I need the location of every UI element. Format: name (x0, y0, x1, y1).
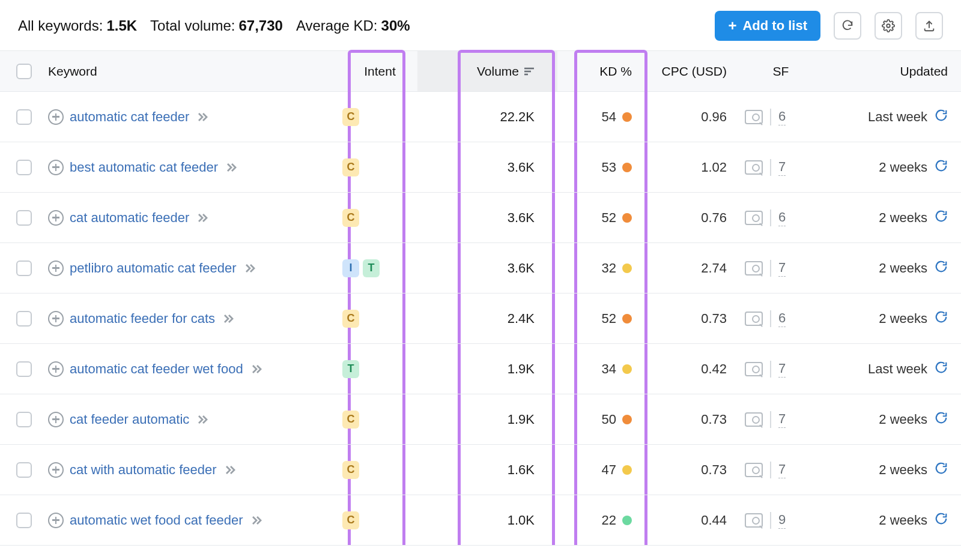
cpc-cell: 2.74 (643, 260, 739, 276)
refresh-row-button[interactable] (935, 361, 948, 378)
expand-row-icon[interactable] (48, 412, 64, 427)
keyword-link[interactable]: automatic wet food cat feeder (70, 513, 243, 528)
expand-row-icon[interactable] (48, 513, 64, 528)
intent-cell: T (342, 360, 417, 378)
intent-badge-i: I (342, 259, 359, 277)
cpc-cell: 0.73 (643, 311, 739, 327)
keyword-link[interactable]: best automatic cat feeder (70, 160, 218, 175)
table-row: cat with automatic feeder C 1.6K 47 0.73… (0, 445, 961, 495)
average-kd-label: Average KD: (296, 17, 378, 34)
volume-cell: 3.6K (450, 160, 553, 175)
column-header-volume[interactable]: Volume (450, 64, 553, 79)
updated-cell: 2 weeks (817, 310, 961, 327)
serp-preview-icon[interactable] (745, 110, 763, 124)
column-header-keyword[interactable]: Keyword (48, 64, 342, 79)
row-checkbox[interactable] (16, 311, 32, 327)
serp-preview-icon[interactable] (745, 412, 763, 427)
kd-cell: 52 (553, 311, 643, 327)
refresh-row-button[interactable] (935, 512, 948, 529)
serp-preview-icon[interactable] (745, 160, 763, 175)
column-header-updated[interactable]: Updated (817, 64, 961, 79)
column-header-kd[interactable]: KD % (553, 64, 643, 79)
keyword-link[interactable]: cat feeder automatic (70, 412, 189, 427)
export-button[interactable] (915, 12, 943, 40)
open-keyword-icon[interactable] (198, 213, 208, 223)
keyword-link[interactable]: automatic feeder for cats (70, 311, 215, 327)
row-checkbox[interactable] (16, 412, 32, 427)
intent-cell: C (342, 158, 417, 176)
updated-cell: Last week (817, 361, 961, 378)
row-checkbox[interactable] (16, 210, 32, 226)
expand-row-icon[interactable] (48, 462, 64, 478)
cpc-cell: 0.44 (643, 513, 739, 528)
volume-cell: 1.9K (450, 361, 553, 377)
refresh-row-button[interactable] (935, 310, 948, 327)
refresh-row-button[interactable] (935, 209, 948, 226)
open-keyword-icon[interactable] (223, 314, 234, 324)
open-keyword-icon[interactable] (245, 263, 255, 273)
expand-row-icon[interactable] (48, 311, 64, 327)
select-all-checkbox[interactable] (16, 64, 32, 79)
refresh-row-button[interactable] (935, 260, 948, 277)
settings-button[interactable] (875, 12, 902, 40)
expand-row-icon[interactable] (48, 109, 64, 125)
keyword-link[interactable]: automatic cat feeder (70, 109, 189, 125)
sf-count[interactable]: 7 (778, 411, 786, 428)
serp-preview-icon[interactable] (745, 463, 763, 477)
sf-count[interactable]: 6 (778, 310, 786, 327)
serp-preview-icon[interactable] (745, 362, 763, 376)
expand-row-icon[interactable] (48, 210, 64, 226)
open-keyword-icon[interactable] (198, 415, 208, 424)
keyword-link[interactable]: cat with automatic feeder (70, 462, 217, 478)
row-checkbox[interactable] (16, 160, 32, 175)
keyword-link[interactable]: cat automatic feeder (70, 210, 189, 226)
expand-row-icon[interactable] (48, 160, 64, 175)
updated-cell: 2 weeks (817, 159, 961, 176)
upload-icon (923, 19, 936, 32)
column-header-intent[interactable]: Intent (342, 64, 417, 79)
keyword-link[interactable]: automatic cat feeder wet food (70, 361, 243, 377)
serp-preview-icon[interactable] (745, 312, 763, 326)
kd-cell: 52 (553, 210, 643, 226)
table-row: automatic cat feeder C 22.2K 54 0.96 6 L… (0, 92, 961, 142)
intent-cell: C (342, 511, 417, 529)
open-keyword-icon[interactable] (198, 112, 208, 122)
refresh-row-button[interactable] (935, 411, 948, 428)
serp-preview-icon[interactable] (745, 513, 763, 528)
sf-count[interactable]: 6 (778, 109, 786, 125)
open-keyword-icon[interactable] (226, 163, 237, 172)
column-header-cpc[interactable]: CPC (USD) (643, 64, 739, 79)
volume-cell: 3.6K (450, 210, 553, 226)
cpc-cell: 0.96 (643, 109, 739, 125)
sf-count[interactable]: 6 (778, 209, 786, 226)
open-keyword-icon[interactable] (252, 364, 262, 374)
add-to-list-button[interactable]: + Add to list (715, 11, 820, 41)
row-checkbox[interactable] (16, 260, 32, 276)
refresh-row-button[interactable] (935, 109, 948, 125)
sf-count[interactable]: 7 (778, 159, 786, 176)
serp-preview-icon[interactable] (745, 261, 763, 275)
volume-cell: 1.9K (450, 412, 553, 427)
row-checkbox[interactable] (16, 462, 32, 478)
refresh-all-button[interactable] (834, 12, 861, 40)
serp-preview-icon[interactable] (745, 211, 763, 225)
sf-cell: 7 (739, 361, 817, 378)
keyword-link[interactable]: petlibro automatic cat feeder (70, 260, 237, 276)
row-checkbox[interactable] (16, 361, 32, 377)
sf-count[interactable]: 7 (778, 260, 786, 277)
updated-cell: 2 weeks (817, 462, 961, 478)
expand-row-icon[interactable] (48, 361, 64, 377)
open-keyword-icon[interactable] (252, 516, 262, 525)
sf-count[interactable]: 7 (778, 361, 786, 378)
row-checkbox[interactable] (16, 109, 32, 125)
refresh-row-button[interactable] (935, 159, 948, 176)
sf-count[interactable]: 7 (778, 462, 786, 478)
row-checkbox[interactable] (16, 513, 32, 528)
refresh-row-button[interactable] (935, 462, 948, 478)
kd-indicator-dot (622, 465, 632, 475)
open-keyword-icon[interactable] (225, 465, 235, 475)
expand-row-icon[interactable] (48, 260, 64, 276)
column-header-sf[interactable]: SF (739, 64, 817, 79)
table-row: cat automatic feeder C 3.6K 52 0.76 6 2 … (0, 193, 961, 243)
sf-count[interactable]: 9 (778, 512, 786, 529)
